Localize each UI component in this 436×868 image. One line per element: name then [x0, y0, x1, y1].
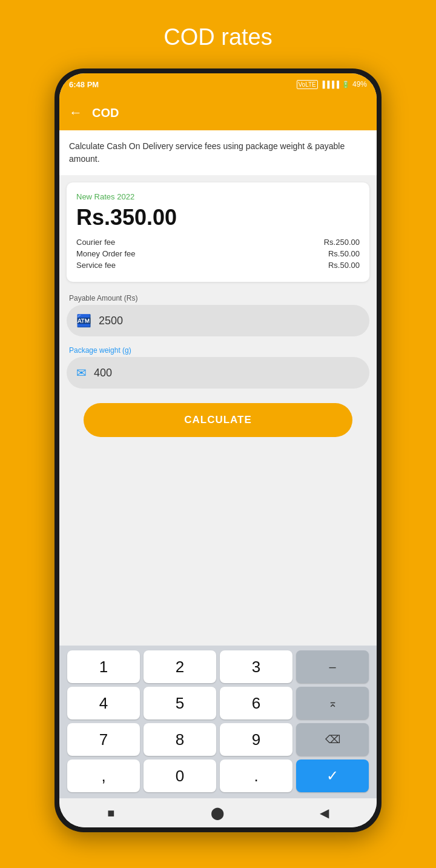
volte-icon: VoLTE — [297, 80, 318, 89]
key-comma[interactable]: , — [67, 760, 140, 792]
new-rates-label: New Rates 2022 — [76, 192, 360, 201]
package-weight-label: Package weight (g) — [67, 346, 369, 355]
service-fee-label: Service fee — [76, 261, 116, 270]
app-header: ← COD — [59, 95, 377, 130]
back-button[interactable]: ← — [69, 105, 82, 121]
calculate-button[interactable]: CALCULATE — [84, 403, 352, 437]
nav-square-icon[interactable]: ■ — [107, 806, 114, 820]
fee-row-money-order: Money Order fee Rs.50.00 — [76, 249, 360, 258]
status-bar: 6:48 PM VoLTE ▐▐▐▐ 🔋 49% — [59, 73, 377, 95]
status-icons: VoLTE ▐▐▐▐ 🔋 49% — [297, 80, 368, 89]
nav-circle-icon[interactable]: ⬤ — [211, 806, 224, 820]
key-1[interactable]: 1 — [67, 650, 140, 683]
fee-row-courier: Courier fee Rs.250.00 — [76, 238, 360, 247]
battery-icon: 🔋 — [342, 81, 350, 88]
package-weight-field[interactable]: ✉ 400 — [67, 357, 369, 389]
total-amount: Rs.350.00 — [76, 205, 360, 230]
key-minus[interactable]: – — [296, 650, 369, 683]
money-order-fee-value: Rs.50.00 — [328, 249, 360, 258]
page-title: COD rates — [164, 24, 272, 50]
key-row-1: 1 2 3 – — [62, 650, 374, 683]
key-row-4: , 0 . ✓ — [62, 760, 374, 792]
service-fee-value: Rs.50.00 — [328, 261, 360, 270]
key-3[interactable]: 3 — [220, 650, 292, 683]
payable-amount-label: Payable Amount (Rs) — [67, 294, 369, 302]
key-period[interactable]: . — [220, 760, 292, 792]
package-weight-group: Package weight (g) ✉ 400 — [67, 346, 369, 389]
payable-amount-group: Payable Amount (Rs) 🏧 2500 — [67, 294, 369, 336]
courier-fee-value: Rs.250.00 — [324, 238, 360, 247]
money-icon: 🏧 — [76, 313, 91, 328]
keyboard: 1 2 3 – 4 5 6 ⌅ 7 8 9 ⌫ , 0 — [59, 646, 377, 798]
key-9[interactable]: 9 — [220, 723, 292, 756]
result-card: New Rates 2022 Rs.350.00 Courier fee Rs.… — [67, 182, 369, 282]
key-tab[interactable]: ⌅ — [296, 687, 369, 719]
signal-icon: ▐▐▐▐ — [320, 81, 339, 88]
key-done[interactable]: ✓ — [296, 760, 369, 792]
money-order-fee-label: Money Order fee — [76, 249, 136, 258]
key-row-3: 7 8 9 ⌫ — [62, 723, 374, 756]
content-area: Calculate Cash On Delivery service fees … — [59, 130, 377, 646]
package-weight-value: 400 — [94, 367, 112, 379]
key-5[interactable]: 5 — [144, 687, 216, 719]
key-4[interactable]: 4 — [67, 687, 140, 719]
payable-amount-field[interactable]: 🏧 2500 — [67, 305, 369, 336]
spacer — [59, 447, 377, 646]
header-title: COD — [92, 106, 119, 120]
key-row-2: 4 5 6 ⌅ — [62, 687, 374, 719]
fee-row-service: Service fee Rs.50.00 — [76, 261, 360, 270]
status-time: 6:48 PM — [69, 80, 99, 89]
key-0[interactable]: 0 — [144, 760, 216, 792]
phone-frame: 6:48 PM VoLTE ▐▐▐▐ 🔋 49% ← COD Calculate… — [54, 68, 382, 832]
envelope-icon: ✉ — [76, 366, 87, 380]
key-backspace[interactable]: ⌫ — [296, 723, 369, 756]
courier-fee-label: Courier fee — [76, 238, 115, 247]
description-text: Calculate Cash On Delivery service fees … — [59, 130, 377, 175]
nav-back-icon[interactable]: ◀ — [320, 806, 329, 820]
phone-screen: 6:48 PM VoLTE ▐▐▐▐ 🔋 49% ← COD Calculate… — [59, 73, 377, 827]
battery-text: 49% — [352, 80, 367, 88]
key-6[interactable]: 6 — [220, 687, 292, 719]
key-8[interactable]: 8 — [144, 723, 216, 756]
payable-amount-value: 2500 — [99, 315, 123, 327]
key-7[interactable]: 7 — [67, 723, 140, 756]
key-2[interactable]: 2 — [144, 650, 216, 683]
nav-bar: ■ ⬤ ◀ — [59, 798, 377, 827]
